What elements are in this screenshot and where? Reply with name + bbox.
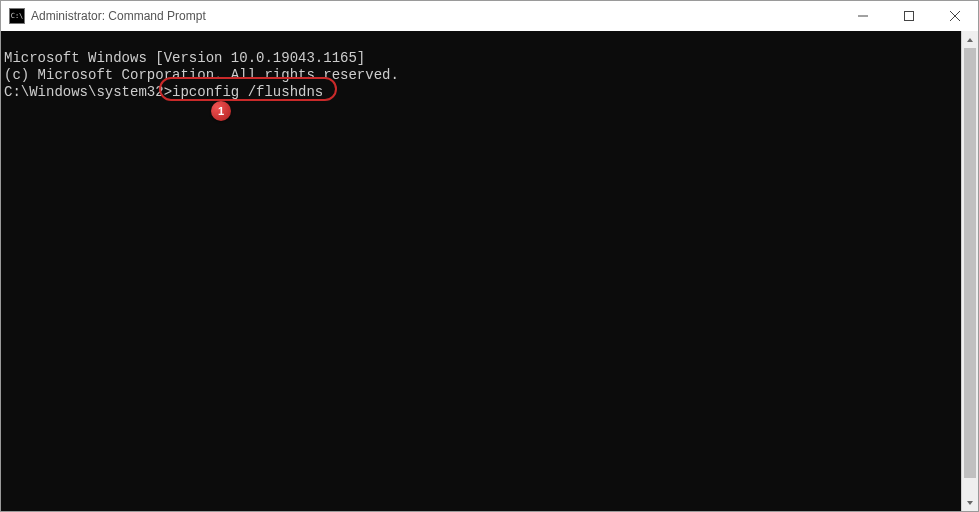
scroll-track[interactable] [962, 48, 978, 494]
minimize-button[interactable] [840, 1, 886, 31]
terminal-line: Microsoft Windows [Version 10.0.19043.11… [4, 50, 958, 67]
terminal-prompt-line: C:\Windows\system32>ipconfig /flushdns [4, 84, 958, 101]
window-title: Administrator: Command Prompt [31, 9, 206, 23]
terminal[interactable]: Microsoft Windows [Version 10.0.19043.11… [1, 31, 961, 511]
scroll-thumb[interactable] [964, 48, 976, 478]
titlebar[interactable]: C:\ Administrator: Command Prompt [1, 1, 978, 31]
svg-marker-5 [967, 501, 973, 505]
close-button[interactable] [932, 1, 978, 31]
terminal-command: ipconfig /flushdns [172, 84, 323, 100]
client-area: Microsoft Windows [Version 10.0.19043.11… [1, 31, 978, 511]
svg-rect-1 [905, 12, 914, 21]
window-frame: C:\ Administrator: Command Prompt Micros… [0, 0, 979, 512]
annotation-badge: 1 [211, 101, 231, 121]
scroll-up-button[interactable] [962, 31, 978, 48]
svg-marker-4 [967, 38, 973, 42]
app-icon: C:\ [9, 8, 25, 24]
window-controls [840, 1, 978, 31]
scroll-down-button[interactable] [962, 494, 978, 511]
terminal-line: (c) Microsoft Corporation. All rights re… [4, 67, 958, 84]
vertical-scrollbar[interactable] [961, 31, 978, 511]
maximize-button[interactable] [886, 1, 932, 31]
terminal-prompt: C:\Windows\system32> [4, 84, 172, 100]
